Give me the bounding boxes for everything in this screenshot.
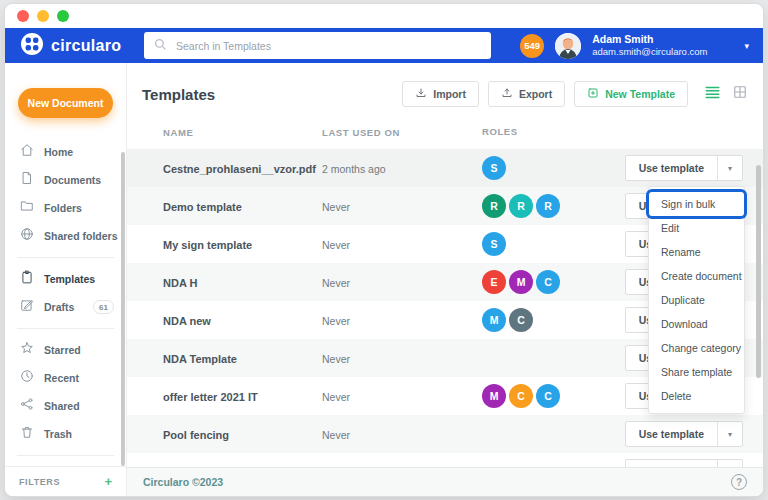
sidebar-item-label: Recent [44,372,79,384]
sidebar-item-recent[interactable]: Recent [5,364,126,392]
sidebar-item-templates[interactable]: Templates [5,265,126,293]
share-icon [20,397,34,415]
sidebar-item-label: Starred [44,344,81,356]
column-header-name[interactable]: NAME [163,127,193,138]
table-header: NAME LAST USED ON ROLES [127,113,763,149]
view-toggles [705,85,747,103]
sidebar-item-shared-folders[interactable]: Shared folders [5,222,126,250]
new-template-label: New Template [605,88,675,100]
export-icon [501,87,513,101]
grid-view-icon[interactable] [733,85,747,103]
user-menu-caret-icon[interactable]: ▾ [744,41,749,51]
template-name[interactable]: Demo template [163,201,242,213]
import-button[interactable]: Import [402,81,479,107]
sidebar-item-drafts[interactable]: Drafts61 [5,293,126,321]
copyright-text: Circularo ©2023 [143,476,223,488]
close-window-button[interactable] [17,10,29,22]
sidebar-item-label: Shared folders [44,230,118,242]
menu-item-share-template[interactable]: Share template [649,360,744,384]
header-right-cluster: 549 Adam Smith adam.smith@circularo.com … [520,33,763,59]
menu-item-sign-in-bulk[interactable]: Sign in bulk [649,192,744,216]
template-name[interactable]: NDA Template [163,353,237,365]
column-header-roles: ROLES [482,126,518,137]
sidebar-item-home[interactable]: Home [5,138,126,166]
menu-item-rename[interactable]: Rename [649,240,744,264]
menu-item-edit[interactable]: Edit [649,216,744,240]
template-name[interactable]: Pool fencing [163,429,229,441]
role-badge: C [536,270,560,294]
app-header: circularo 549 Adam Smi [5,28,763,63]
role-badge: C [536,384,560,408]
folder-icon [20,199,34,217]
last-used-value: Never [322,201,350,213]
main-header: Templates Import [127,63,763,113]
sidebar-scrollbar[interactable] [121,152,125,466]
sidebar-divider [17,328,114,329]
use-template-caret-icon[interactable]: ▾ [717,422,742,446]
use-template-button[interactable]: Use template ▾ [625,459,743,467]
trash-icon [20,425,34,443]
help-icon[interactable]: ? [731,474,747,490]
avatar[interactable] [555,33,581,59]
template-name[interactable]: My sign template [163,239,252,251]
last-used-value: Never [322,239,350,251]
add-filter-button[interactable]: + [104,474,112,489]
use-template-button[interactable]: Use template▾ [625,421,743,447]
user-name: Adam Smith [592,33,707,46]
row-actions-menu: Sign in bulkEditRenameCreate documentDup… [648,186,745,414]
menu-item-download[interactable]: Download [649,312,744,336]
sidebar: New Document HomeDocumentsFoldersShared … [5,63,127,496]
menu-item-change-category[interactable]: Change category [649,336,744,360]
import-icon [415,87,427,101]
menu-item-delete[interactable]: Delete [649,384,744,408]
table-row[interactable]: Cestne_prohlaseni__vzor.pdf2 months agoS… [127,149,763,187]
menu-item-create-document[interactable]: Create document [649,264,744,288]
search-bar[interactable] [144,32,491,59]
user-info[interactable]: Adam Smith adam.smith@circularo.com [592,33,707,58]
notification-badge[interactable]: 549 [520,34,544,58]
import-label: Import [433,88,466,100]
minimize-window-button[interactable] [37,10,49,22]
template-name[interactable]: Cestne_prohlaseni__vzor.pdf [163,163,316,175]
last-used-value: Never [322,391,350,403]
use-template-caret-icon[interactable]: ▾ [717,156,742,180]
footer: Circularo ©2023 ? [127,467,763,496]
sidebar-divider [17,257,114,258]
new-document-button[interactable]: New Document [18,88,113,118]
role-badge: M [482,308,506,332]
role-badge: E [482,270,506,294]
new-template-button[interactable]: New Template [574,81,688,107]
table-row-partial: Use template ▾ [127,453,763,467]
template-name[interactable]: offer letter 2021 IT [163,391,258,403]
maximize-window-button[interactable] [57,10,69,22]
role-badge: R [509,194,533,218]
brand-name: circularo [51,37,121,55]
template-name[interactable]: NDA H [163,277,197,289]
last-used-value: Never [322,429,350,441]
role-badge: R [536,194,560,218]
main-scrollbar[interactable] [756,165,761,378]
sidebar-item-documents[interactable]: Documents [5,166,126,194]
column-header-last-used[interactable]: LAST USED ON [322,127,400,138]
export-label: Export [519,88,552,100]
brand-logo[interactable]: circularo [5,33,135,59]
use-template-caret-icon[interactable]: ▾ [717,460,742,467]
export-button[interactable]: Export [488,81,565,107]
table-row[interactable]: Pool fencingNeverUse template▾ [127,415,763,453]
list-view-icon[interactable] [705,85,720,103]
use-template-button[interactable]: Use template▾ [625,155,743,181]
sidebar-item-trash[interactable]: Trash [5,420,126,448]
search-input[interactable] [176,40,481,52]
toolbar: Import Export [402,81,747,107]
draft-icon [20,298,34,316]
sidebar-item-folders[interactable]: Folders [5,194,126,222]
sidebar-item-shared[interactable]: Shared [5,392,126,420]
role-badge: C [509,308,533,332]
sidebar-item-label: Home [44,146,73,158]
last-used-value: Never [322,315,350,327]
template-name[interactable]: NDA new [163,315,211,327]
menu-item-duplicate[interactable]: Duplicate [649,288,744,312]
page-title: Templates [142,86,215,103]
sidebar-item-starred[interactable]: Starred [5,336,126,364]
sidebar-item-label: Folders [44,202,82,214]
